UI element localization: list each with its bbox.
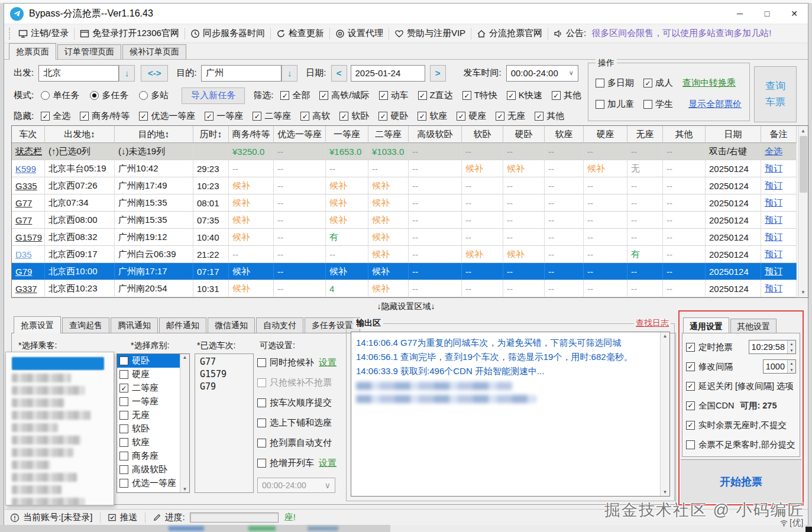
cell-4-16[interactable]: 预订 xyxy=(761,229,797,246)
bottom-tab-5[interactable]: 自动支付 xyxy=(256,317,303,333)
cell-4-0[interactable]: G1579 xyxy=(12,229,45,246)
start-grabbing-button[interactable]: 开始抢票 xyxy=(681,459,801,503)
hide-checkbox-3[interactable]: ✓一等座 xyxy=(205,111,243,122)
cell-1-16[interactable]: 预订 xyxy=(761,177,797,194)
toolbar-item-2[interactable]: 同步服务器时间 xyxy=(186,28,269,39)
checkbox[interactable]: ✓ xyxy=(686,362,695,371)
checkbox[interactable]: ✓ xyxy=(253,112,261,121)
passenger-row-redacted[interactable] xyxy=(12,357,104,370)
filter-checkbox-4[interactable]: ✓T特快 xyxy=(462,90,497,101)
setting-row-2[interactable]: ✓延迟关闭 [修改间隔] 选项 xyxy=(686,378,796,394)
cell-6-16[interactable]: 预订 xyxy=(761,263,797,280)
main-tab-2[interactable]: 候补订单页面 xyxy=(122,44,186,60)
checkbox[interactable] xyxy=(643,100,652,109)
cell-7-0[interactable]: G337 xyxy=(12,280,45,297)
option-row-0[interactable]: 同时抢候补设置 xyxy=(257,356,344,369)
mode-radio-2[interactable]: 多站 xyxy=(139,90,169,101)
option-row-5[interactable]: 抢增开列车设置 xyxy=(257,456,344,470)
selected-trains-list[interactable]: G77G1579G79 xyxy=(195,353,254,493)
filter-checkbox-2[interactable]: ✓动车 xyxy=(379,90,409,101)
bottom-tab-4[interactable]: 微信通知 xyxy=(208,317,255,333)
checkbox[interactable] xyxy=(257,358,266,367)
column-header-8[interactable]: 高级软卧 xyxy=(409,126,462,143)
seat-item-0[interactable]: 硬卧 xyxy=(117,354,180,368)
table-row-G77[interactable]: G77北京07:34广州南15:3508:01候补--候补候补---------… xyxy=(12,194,808,212)
seat-item-6[interactable]: 软座 xyxy=(117,436,180,449)
table-row-G79[interactable]: G79北京西10:00广州南17:1707:17候补--候补候补--------… xyxy=(12,263,808,280)
cell-0-16[interactable]: 预订 xyxy=(761,160,797,177)
checkbox[interactable] xyxy=(119,356,128,365)
passenger-row-redacted[interactable] xyxy=(12,374,71,382)
hide-checkbox-4[interactable]: ✓二等座 xyxy=(253,111,291,122)
setting-row-4[interactable]: ✓实时余票无座时,不提交 xyxy=(686,417,796,433)
checkbox[interactable] xyxy=(119,452,128,460)
column-header-10[interactable]: 硬卧 xyxy=(503,126,545,143)
checkbox[interactable]: ✓ xyxy=(300,112,309,121)
checkbox[interactable] xyxy=(686,440,695,449)
selected-train-item[interactable]: G1579 xyxy=(200,368,248,381)
passenger-row-redacted[interactable] xyxy=(12,473,77,482)
checkbox[interactable]: ✓ xyxy=(319,91,328,100)
table-row-G337[interactable]: G337北京西10:23广州南20:5410:31候补--4候补--------… xyxy=(12,280,808,297)
radio-button[interactable] xyxy=(41,91,50,100)
hide-checkbox-2[interactable]: ✓优选一等座 xyxy=(139,111,195,122)
show-prices-link[interactable]: 显示全部票价 xyxy=(688,99,742,110)
cell-2-16[interactable]: 预订 xyxy=(761,194,797,212)
passenger-row-redacted[interactable] xyxy=(12,386,85,395)
column-header-7[interactable]: 二等座 xyxy=(368,126,409,143)
filter-checkbox-0[interactable]: ✓全部 xyxy=(280,90,310,101)
checkbox[interactable] xyxy=(119,479,128,488)
checkbox[interactable]: ✓ xyxy=(205,112,213,121)
toolbar-item-1[interactable]: 免登录打开12306官网 xyxy=(76,28,183,39)
checkbox[interactable] xyxy=(596,100,604,109)
scroll-up-icon[interactable]: ▲ xyxy=(183,355,187,360)
column-header-5[interactable]: 优选一等座 xyxy=(274,126,326,143)
status-cell-0[interactable]: 状态栏 xyxy=(12,143,45,160)
checkbox[interactable] xyxy=(257,419,266,427)
checkbox[interactable]: ✓ xyxy=(686,343,695,352)
checkbox[interactable] xyxy=(119,465,128,474)
option-row-2[interactable]: 按车次顺序提交 xyxy=(257,396,344,410)
column-header-11[interactable]: 软座 xyxy=(545,126,584,143)
table-row-G335[interactable]: G335北京西07:26广州南17:4910:23候补--候补候补-------… xyxy=(12,177,808,194)
selected-train-item[interactable]: G77 xyxy=(200,356,248,368)
checkbox[interactable]: ✓ xyxy=(418,112,426,121)
transfer-query-link[interactable]: 查询中转换乘 xyxy=(682,77,736,89)
table-row-D35[interactable]: D35北京西09:17广州白云06:3921:22------候补--候补候补-… xyxy=(12,246,808,263)
selected-train-item[interactable]: G79 xyxy=(200,381,248,393)
checkbox[interactable]: ✓ xyxy=(686,421,695,430)
checkbox[interactable] xyxy=(257,378,266,387)
checkbox[interactable]: ✓ xyxy=(686,401,695,410)
checkbox[interactable]: ✓ xyxy=(418,91,427,100)
setting-row-1[interactable]: ✓修改间隔1000▲▼ xyxy=(686,359,796,374)
checkbox[interactable] xyxy=(596,79,604,87)
cell-1-0[interactable]: G335 xyxy=(12,177,45,194)
table-scrollbar[interactable]: ▲ ▼ xyxy=(798,126,808,297)
passenger-row-redacted[interactable] xyxy=(12,448,73,457)
push-toggle[interactable]: 推送 xyxy=(108,512,138,523)
passenger-row-redacted[interactable] xyxy=(12,411,90,420)
cell-3-16[interactable]: 预订 xyxy=(761,212,797,229)
spin-arrows[interactable]: ▲▼ xyxy=(787,340,795,353)
minimize-button[interactable]: ─ xyxy=(726,4,753,24)
checkbox[interactable]: ✓ xyxy=(119,384,128,392)
scroll-down-icon[interactable]: ▼ xyxy=(663,489,668,495)
checkbox[interactable]: ✓ xyxy=(339,112,348,121)
checkbox[interactable]: ✓ xyxy=(139,112,148,121)
depart-time-select[interactable]: 00:00-24:00 ∨ xyxy=(506,65,578,82)
scroll-down-icon[interactable]: ▼ xyxy=(183,486,187,492)
scroll-up-icon[interactable]: ▲ xyxy=(663,333,668,339)
toolbar-item-3[interactable]: 检查更新 xyxy=(272,28,328,39)
column-header-4[interactable]: 商务/特等 xyxy=(229,126,274,143)
cell-3-0[interactable]: G77 xyxy=(12,212,45,229)
checkbox[interactable] xyxy=(119,424,128,433)
option-settings-link[interactable]: 设置 xyxy=(319,357,337,368)
general-settings-tab-1[interactable]: 其他设置 xyxy=(730,319,777,335)
scroll-down-icon[interactable]: ▼ xyxy=(798,287,808,297)
hide-checkbox-6[interactable]: ✓软卧 xyxy=(339,111,369,122)
scroll-up-icon[interactable]: ▲ xyxy=(798,126,808,136)
passenger-list[interactable] xyxy=(5,352,114,505)
hide-checkbox-5[interactable]: ✓高软 xyxy=(300,111,330,122)
option-row-4[interactable]: 抢到票自动支付 xyxy=(257,436,344,450)
swap-stations-button[interactable]: <-> xyxy=(141,65,168,82)
